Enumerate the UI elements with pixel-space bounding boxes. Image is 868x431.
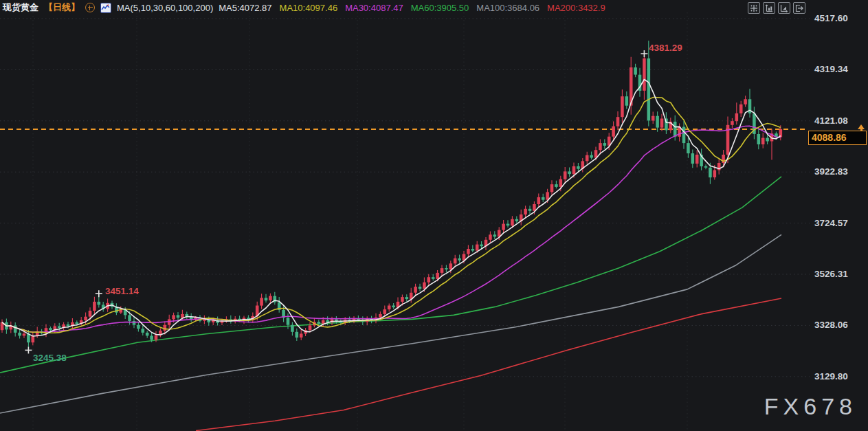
candle [142,329,145,333]
candle [493,234,497,236]
candle [260,298,263,305]
symbol-title: 现货黄金 [3,1,38,14]
candle [643,58,646,91]
current-price-badge: 4088.86 [808,131,867,145]
candle [467,249,470,254]
y-axis-label: 3922.83 [814,166,866,177]
y-axis-label: 3129.80 [814,371,866,382]
candle [744,99,747,104]
price-annotation: 4381.29 [649,43,682,53]
candle [427,277,431,283]
candle [436,273,439,279]
y-axis-label: 3526.31 [814,269,866,280]
candle [577,166,580,169]
candle [568,171,571,174]
candle [682,127,686,144]
candle [660,119,664,128]
candle [537,197,541,204]
timeframe-label: 【日线】 [44,1,80,14]
candle [388,306,391,310]
price-scale-icon[interactable] [763,2,775,14]
candle [739,104,743,113]
candle [133,321,136,325]
candle [49,328,52,330]
price-annotation: 3245.38 [33,353,67,363]
ma-line-ma5 [2,80,781,336]
ma-line-ma10 [2,98,781,333]
candle [691,153,695,164]
candle [181,314,184,318]
price-up-arrow-icon [858,124,865,129]
ma-legend: MA5:4072.87MA10:4097.46MA30:4087.47MA60:… [219,3,605,13]
chart-window: 3245.383451.144381.29 现货黄金 【日线】 MA(5,10,… [0,0,868,431]
watermark: FX678 [764,393,857,420]
candle [23,333,26,335]
exit-icon[interactable] [793,2,805,14]
candle [761,138,765,144]
candle [128,315,131,321]
candle [599,143,602,150]
candle [590,155,593,158]
candle [616,117,620,126]
candle [647,58,651,120]
candle [480,245,483,247]
legend-ma-item: MA5:4072.87 [219,3,271,13]
y-axis-label: 3724.57 [814,218,866,229]
candle [471,249,475,251]
candle [572,166,576,174]
chart-style-icon[interactable] [100,3,111,13]
candle [423,283,426,289]
ma-line-ma30 [2,126,781,332]
candle [265,298,268,300]
candle [674,122,677,137]
candle [564,171,567,179]
candle [695,155,699,164]
chart-toolbar [748,2,805,14]
candle [383,309,387,314]
candle [476,245,479,251]
candle [542,197,545,200]
candle [555,184,558,187]
legend-ma-item: MA100:3684.06 [476,3,539,13]
candle [146,333,149,336]
candle [731,121,734,125]
candle [172,315,175,319]
candle [155,335,158,340]
candle [511,219,514,225]
candle [704,166,708,168]
crosshair-icon[interactable] [748,2,760,14]
candle [656,116,659,128]
time-scale-icon[interactable] [778,2,790,14]
candle [401,297,404,302]
y-axis-label: 3328.06 [814,320,866,331]
candle [18,333,21,336]
candle [735,113,739,121]
candle [414,287,417,293]
candle [98,302,101,305]
chart-plot-area[interactable]: 3245.383451.144381.29 [0,0,868,431]
candle [559,179,563,187]
candle [309,325,312,330]
candle [405,297,409,299]
legend-ma-item: MA30:4087.47 [345,3,403,13]
candle [164,325,167,331]
candle [533,204,536,211]
candle [515,219,519,221]
candle [502,224,505,230]
candle [67,324,70,327]
candle [89,311,92,317]
candle [137,325,140,329]
candle [300,333,303,338]
candle [291,325,294,332]
add-indicator-icon[interactable] [85,3,95,12]
candle [528,209,532,211]
candle [76,322,79,324]
candle [84,317,87,320]
legend-ma-item: MA60:3905.50 [411,3,469,13]
candle [489,234,492,240]
candle [652,116,655,121]
candle [458,258,461,261]
candle [713,170,717,178]
candle [454,258,457,264]
candle [586,155,589,162]
